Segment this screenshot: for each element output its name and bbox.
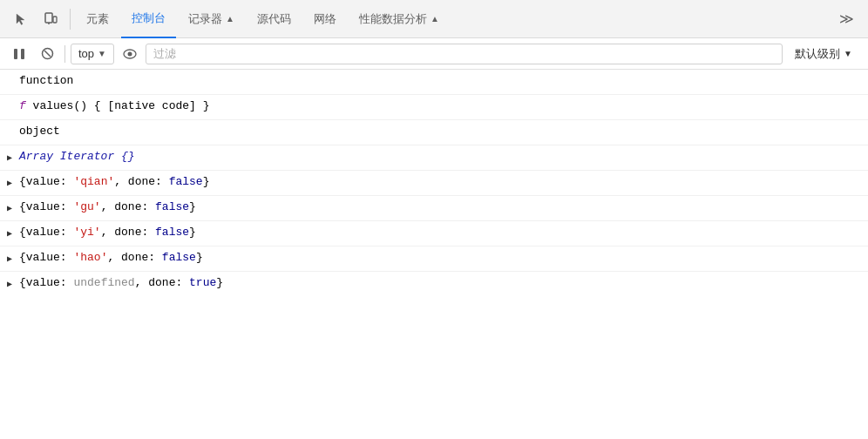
context-arrow-icon: ▼ [98, 49, 106, 58]
filter-input[interactable] [146, 44, 783, 64]
line-text: {value: 'gu', done: false} [19, 199, 858, 215]
svg-point-8 [127, 51, 132, 56]
run-button[interactable] [7, 42, 31, 66]
console-line[interactable]: {value: 'hao', done: false} [0, 247, 868, 272]
console-line: ▶ f values() { [native code] } [0, 95, 868, 120]
console-line[interactable]: Array Iterator {} [0, 145, 868, 171]
svg-rect-3 [14, 49, 17, 59]
clear-button[interactable] [35, 42, 59, 66]
nav-bar: 元素 控制台 记录器 ▲ 源代码 网络 性能数据分析 ▲ ≫ [0, 0, 868, 38]
expand-arrow[interactable] [7, 199, 19, 217]
expand-arrow[interactable] [7, 149, 19, 166]
console-line[interactable]: {value: 'gu', done: false} [0, 196, 868, 221]
nav-divider-1 [70, 9, 71, 30]
device-icon-btn[interactable] [37, 5, 64, 33]
expand-arrow[interactable] [7, 174, 19, 192]
console-line: ▶ function [0, 70, 868, 95]
console-output: ▶ function ▶ f values() { [native code] … [0, 70, 868, 439]
line-text: object [19, 124, 858, 139]
console-line[interactable]: {value: undefined, done: true} [0, 272, 868, 296]
svg-rect-4 [21, 49, 24, 59]
line-text: f values() { [native code] } [19, 98, 858, 114]
line-text: {value: 'qian', done: false} [19, 174, 858, 190]
context-value: top [78, 47, 94, 60]
expand-arrow[interactable] [7, 250, 19, 267]
context-selector[interactable]: top ▼ [71, 44, 114, 64]
cursor-icon-btn[interactable] [7, 5, 35, 33]
line-text: {value: 'yi', done: false} [19, 225, 858, 240]
svg-rect-1 [53, 17, 57, 23]
eye-button[interactable] [118, 42, 142, 66]
svg-rect-0 [45, 13, 52, 23]
svg-line-6 [44, 51, 51, 57]
line-text: {value: undefined, done: true} [19, 275, 858, 291]
recorder-flag-icon: ▲ [226, 14, 234, 24]
level-selector[interactable]: 默认级别 ▼ [786, 44, 861, 64]
console-line: ▶ object [0, 120, 868, 145]
tab-recorder[interactable]: 记录器 ▲ [178, 0, 245, 38]
tab-network[interactable]: 网络 [303, 0, 347, 38]
console-line[interactable]: {value: 'yi', done: false} [0, 221, 868, 247]
console-line[interactable]: {value: 'qian', done: false} [0, 171, 868, 196]
tab-performance[interactable]: 性能数据分析 ▲ [349, 0, 450, 38]
line-text: function [19, 73, 858, 89]
func-token: f [19, 99, 33, 112]
toolbar: top ▼ 默认级别 ▼ [0, 38, 868, 70]
line-text: Array Iterator {} [19, 149, 858, 165]
tab-sources[interactable]: 源代码 [247, 0, 302, 38]
expand-arrow[interactable] [7, 225, 19, 242]
level-arrow-icon: ▼ [844, 49, 852, 58]
line-text: {value: 'hao', done: false} [19, 250, 858, 266]
expand-arrow[interactable] [7, 275, 19, 293]
tab-elements[interactable]: 元素 [76, 0, 119, 38]
more-tabs-icon[interactable]: ≫ [832, 10, 861, 27]
toolbar-divider-1 [64, 45, 65, 63]
code-text: values() { [native code] } [33, 99, 210, 112]
tab-console[interactable]: 控制台 [121, 0, 176, 38]
performance-flag-icon: ▲ [431, 14, 439, 24]
